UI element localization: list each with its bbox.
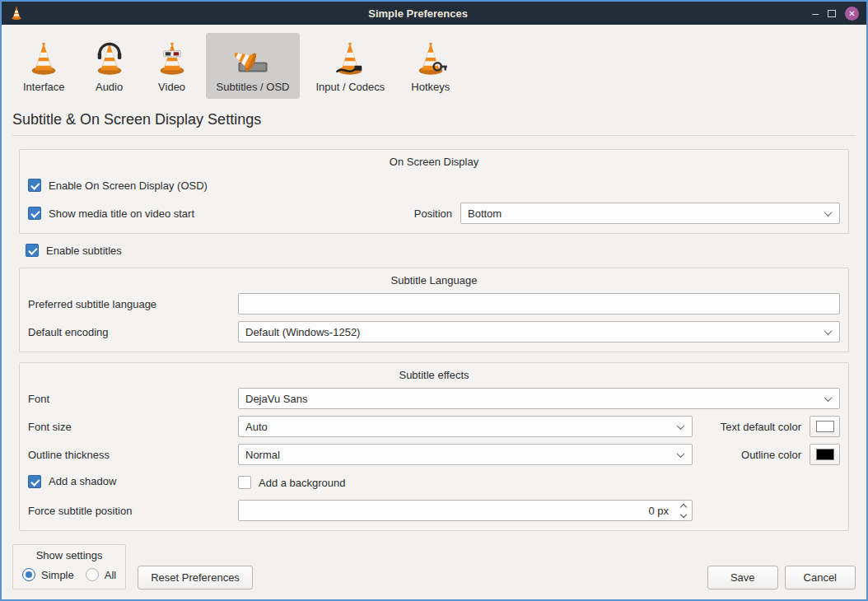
force-position-value: 0 px (239, 505, 675, 517)
chevron-down-icon (824, 327, 833, 335)
tab-video[interactable]: Video (143, 33, 201, 99)
outline-color-label: Outline color (741, 449, 810, 461)
show-media-title-checkbox[interactable]: Show media title on video start (28, 207, 194, 220)
preferences-toolbar: Interface Audio Video (2, 25, 866, 100)
position-value: Bottom (468, 207, 819, 220)
simple-preferences-window: Simple Preferences – ✕ Interface Audio (0, 0, 868, 601)
checkbox-box[interactable] (28, 207, 41, 220)
tab-hotkeys[interactable]: Hotkeys (400, 33, 460, 99)
tab-label: Video (158, 81, 185, 93)
outline-thickness-label: Outline thickness (28, 449, 238, 461)
osd-group: On Screen Display Enable On Screen Displ… (19, 149, 849, 234)
spinner-arrows[interactable] (675, 501, 692, 520)
hotkeys-icon (413, 40, 449, 77)
force-position-spinbox[interactable]: 0 px (238, 500, 693, 521)
checkbox-box[interactable] (28, 475, 41, 488)
radio-all[interactable]: All (86, 568, 116, 581)
spin-up-icon[interactable] (680, 503, 687, 510)
title-divider (12, 135, 856, 136)
close-button[interactable]: ✕ (845, 7, 859, 21)
tab-interface[interactable]: Interface (12, 33, 76, 99)
checkbox-label: Add a shadow (49, 475, 116, 487)
subtitles-osd-icon (235, 40, 271, 77)
preferred-language-row: Preferred subtitle language (28, 293, 840, 314)
checkbox-box[interactable] (28, 179, 41, 192)
audio-headphones-icon (91, 40, 128, 77)
preferred-language-input[interactable] (238, 293, 840, 314)
chevron-down-icon (677, 422, 685, 430)
tab-label: Hotkeys (411, 81, 450, 93)
checkbox-label: Show media title on video start (49, 207, 194, 220)
reset-preferences-button[interactable]: Reset Preferences (138, 566, 253, 589)
text-default-color-button[interactable] (810, 416, 840, 437)
outline-color-swatch (816, 449, 834, 460)
osd-group-title: On Screen Display (28, 156, 840, 168)
subtitle-language-group: Subtitle Language Preferred subtitle lan… (19, 268, 849, 352)
enable-subtitles-row: Enable subtitles (26, 244, 856, 259)
effects-group-title: Subtitle effects (28, 369, 840, 381)
checkbox-box[interactable] (26, 244, 39, 257)
save-button[interactable]: Save (707, 566, 778, 589)
outline-thickness-select[interactable]: Normal (238, 444, 693, 465)
enable-osd-checkbox[interactable]: Enable On Screen Display (OSD) (28, 179, 208, 192)
page-title: Subtitle & On Screen Display Settings (12, 111, 856, 128)
chevron-down-icon (824, 208, 833, 217)
add-shadow-checkbox[interactable]: Add a shadow (28, 475, 116, 488)
radio-circle[interactable] (86, 568, 99, 581)
font-size-select[interactable]: Auto (238, 416, 693, 437)
add-shadow-cell: Add a shadow (28, 475, 238, 491)
tab-label: Audio (96, 81, 123, 93)
language-group-title: Subtitle Language (28, 274, 840, 287)
font-value: DejaVu Sans (245, 393, 819, 405)
radio-label: Simple (41, 569, 74, 581)
restore-icon[interactable] (828, 10, 836, 17)
font-select[interactable]: DejaVu Sans (238, 388, 840, 409)
radio-label: All (105, 569, 116, 581)
chevron-down-icon (677, 450, 685, 458)
preferred-language-label: Preferred subtitle language (28, 298, 238, 310)
input-codecs-icon (332, 40, 368, 77)
default-encoding-select[interactable]: Default (Windows-1252) (238, 321, 840, 342)
radio-simple[interactable]: Simple (22, 568, 74, 581)
checkbox-label: Enable On Screen Display (OSD) (49, 179, 208, 192)
shadow-background-row: Add a shadow Add a background (28, 472, 840, 493)
tab-label: Subtitles / OSD (217, 81, 290, 93)
tab-label: Interface (23, 81, 65, 93)
text-color-swatch (816, 421, 834, 432)
enable-subtitles-checkbox[interactable]: Enable subtitles (26, 244, 122, 257)
window-title: Simple Preferences (24, 7, 812, 20)
default-encoding-row: Default encoding Default (Windows-1252) (28, 321, 840, 342)
font-size-label: Font size (28, 421, 238, 433)
minimize-button[interactable]: – (812, 7, 819, 19)
tab-audio[interactable]: Audio (81, 33, 138, 99)
spin-down-icon[interactable] (680, 510, 687, 517)
checkbox-label: Add a background (259, 477, 346, 489)
titlebar: Simple Preferences – ✕ (2, 2, 866, 25)
radio-circle[interactable] (22, 568, 35, 581)
checkbox-box[interactable] (238, 476, 251, 489)
interface-cone-icon (26, 40, 62, 77)
media-title-row: Show media title on video start Position… (28, 203, 840, 224)
vlc-app-icon (9, 6, 24, 21)
footer-bar: Show settings Simple All Reset Preferenc… (2, 544, 866, 599)
text-default-color-label: Text default color (721, 421, 810, 433)
cancel-button[interactable]: Cancel (785, 566, 856, 589)
subtitle-effects-group: Subtitle effects Font DejaVu Sans Font s… (19, 362, 849, 531)
add-background-checkbox[interactable]: Add a background (238, 476, 346, 489)
position-select[interactable]: Bottom (460, 203, 840, 224)
tab-subtitles-osd[interactable]: Subtitles / OSD (206, 33, 301, 99)
outline-thickness-value: Normal (245, 449, 671, 461)
outline-color-button[interactable] (810, 444, 840, 465)
force-position-row: Force subtitle position 0 px (28, 500, 840, 521)
chevron-down-icon (824, 394, 833, 402)
window-controls: – ✕ (812, 7, 859, 21)
tab-label: Input / Codecs (315, 81, 385, 93)
tab-input-codecs[interactable]: Input / Codecs (305, 33, 395, 99)
checkbox-label: Enable subtitles (46, 245, 122, 257)
default-encoding-label: Default encoding (28, 326, 238, 338)
encoding-value: Default (Windows-1252) (245, 326, 819, 338)
outline-thickness-row: Outline thickness Normal Outline color (28, 444, 840, 465)
font-label: Font (28, 393, 238, 405)
show-settings-options: Simple All (22, 568, 116, 581)
font-size-row: Font size Auto Text default color (28, 416, 840, 437)
